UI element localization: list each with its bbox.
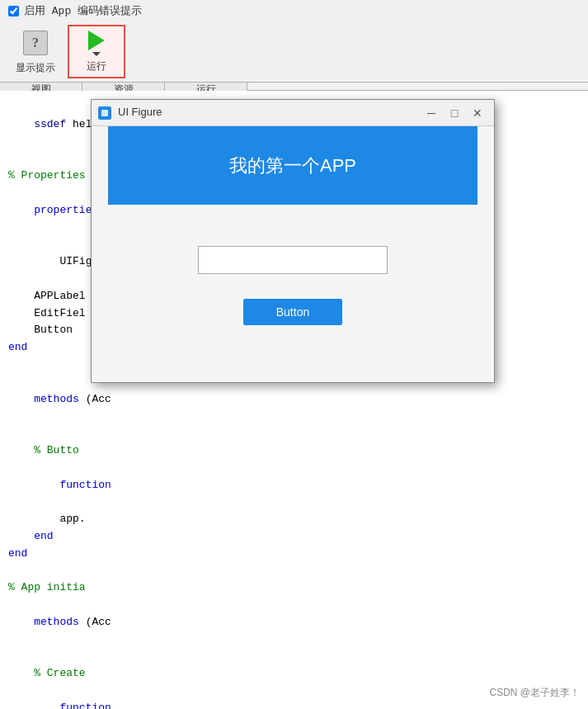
- ui-figure-app-icon: [98, 106, 111, 120]
- ui-figure-content: 我的第一个APP Button: [92, 126, 494, 382]
- toolbar-buttons: ? 显示提示 运行: [0, 21, 588, 82]
- enable-checkbox-input[interactable]: [8, 6, 19, 17]
- code-keyword-1: ssdef: [34, 118, 66, 130]
- ui-figure-title: UI Figure: [118, 104, 415, 121]
- play-wrapper: [88, 31, 105, 56]
- display-hint-button[interactable]: ? 显示提示: [7, 25, 64, 78]
- code-editor[interactable]: ssdef hello_world < matlab.apps.AppBase …: [0, 91, 588, 709]
- enable-checkbox-text: 启用 App 编码错误提示: [24, 3, 142, 18]
- watermark: CSDN @老子姓李！: [489, 685, 580, 701]
- code-line-13: % Butto: [8, 442, 588, 460]
- run-icon-area: [82, 30, 111, 56]
- window-controls: ─ □ ✕: [421, 105, 487, 121]
- ui-edit-field[interactable]: [198, 246, 388, 274]
- svg-rect-0: [101, 110, 108, 116]
- play-dropdown-arrow: [92, 52, 101, 56]
- code-line-blank-5: [8, 649, 588, 666]
- code-line-19: % App initia: [8, 579, 588, 597]
- code-line-22: % Create: [8, 665, 588, 683]
- ui-figure-window: UI Figure ─ □ ✕ 我的第一个APP Button: [91, 99, 495, 383]
- question-icon: ?: [23, 31, 48, 55]
- ui-figure-app-title: 我的第一个APP: [229, 151, 356, 180]
- display-hint-label: 显示提示: [16, 61, 55, 75]
- run-button[interactable]: 运行: [68, 25, 125, 78]
- code-line-14: function: [8, 460, 588, 511]
- code-line-20: methods (Acc: [8, 597, 588, 648]
- code-line-17: end: [8, 546, 588, 563]
- display-hint-icon: ?: [21, 28, 50, 58]
- ui-figure-titlebar: UI Figure ─ □ ✕: [92, 100, 494, 126]
- play-icon: [88, 31, 105, 50]
- code-line-15: app.: [8, 511, 588, 528]
- maximize-button[interactable]: □: [445, 105, 464, 121]
- minimize-button[interactable]: ─: [421, 105, 441, 121]
- toolbar-top: 启用 App 编码错误提示: [0, 0, 588, 21]
- close-button[interactable]: ✕: [468, 105, 487, 121]
- toolbar: 启用 App 编码错误提示 ? 显示提示 运行 视图 资源 运行: [0, 0, 588, 91]
- enable-checkbox-label[interactable]: 启用 App 编码错误提示: [8, 3, 142, 18]
- run-label: 运行: [87, 59, 106, 73]
- code-line-blank-3: [8, 425, 588, 442]
- code-line-blank-4: [8, 563, 588, 580]
- code-line-16: end: [8, 528, 588, 546]
- ui-figure-header-band: 我的第一个APP: [108, 126, 477, 205]
- ui-main-button[interactable]: Button: [243, 299, 342, 325]
